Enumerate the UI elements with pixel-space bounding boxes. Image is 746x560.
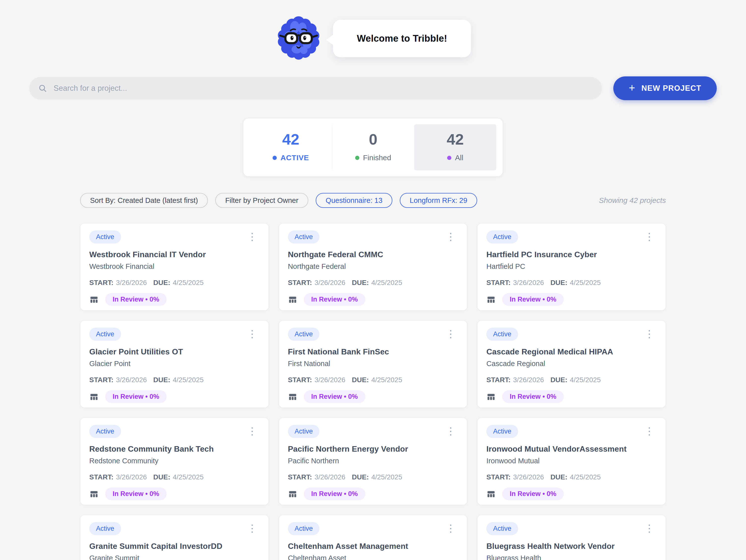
stat-active[interactable]: 42 ACTIVE	[250, 124, 332, 170]
project-owner: Cascade Regional	[486, 360, 657, 368]
card-menu-button[interactable]	[642, 523, 657, 534]
start-date: 3/26/2026	[116, 279, 147, 287]
card-menu-button[interactable]	[642, 425, 657, 437]
status-badge: Active	[89, 522, 121, 535]
status-badge: Active	[89, 425, 121, 438]
project-card[interactable]: Active Glacier Point Utilities OT Glacie…	[80, 320, 269, 408]
start-date: 3/26/2026	[116, 376, 147, 384]
kebab-menu-icon	[644, 427, 654, 435]
welcome-header: Welcome to Tribble!	[0, 0, 746, 62]
project-owner: Pacific Northern	[288, 457, 458, 465]
progress-badge: In Review • 0%	[304, 293, 365, 306]
stat-all[interactable]: 42 All	[414, 124, 496, 170]
card-menu-button[interactable]	[245, 231, 260, 242]
project-status-row: In Review • 0%	[89, 487, 260, 500]
project-owner: Ironwood Mutual	[486, 457, 657, 465]
status-badge: Active	[288, 328, 320, 341]
project-card[interactable]: Active Bluegrass Health Network Vendor B…	[477, 515, 666, 560]
status-badge: Active	[486, 522, 518, 535]
stat-finished[interactable]: 0 Finished	[332, 124, 414, 170]
progress-badge: In Review • 0%	[304, 390, 365, 403]
project-card[interactable]: Active Pacific Northern Energy Vendor Pa…	[279, 418, 467, 505]
start-date: 3/26/2026	[314, 376, 345, 384]
project-card[interactable]: Active Hartfield PC Insurance Cyber Hart…	[477, 223, 666, 310]
welcome-text: Welcome to Tribble!	[357, 33, 447, 44]
project-owner: Glacier Point	[89, 360, 260, 368]
table-icon	[89, 295, 99, 304]
progress-badge: In Review • 0%	[502, 390, 564, 403]
card-menu-button[interactable]	[443, 523, 458, 534]
status-badge: Active	[288, 230, 320, 244]
progress-badge: In Review • 0%	[502, 487, 564, 500]
card-menu-button[interactable]	[642, 328, 657, 339]
tribble-mascot	[275, 15, 322, 62]
project-owner: Westbrook Financial	[89, 262, 260, 271]
questionnaire-chip[interactable]: Questionnaire: 13	[316, 193, 392, 208]
table-icon	[288, 392, 297, 401]
start-label: START:	[486, 473, 510, 481]
project-card[interactable]: Active Northgate Federal CMMC Northgate …	[279, 223, 467, 310]
project-stats-panel: 42 ACTIVE 0 Finished 42 All	[243, 118, 503, 176]
due-label: DUE:	[352, 279, 369, 287]
project-card[interactable]: Active First National Bank FinSec First …	[279, 320, 467, 408]
finished-label: Finished	[363, 153, 391, 162]
longform-rfx-chip[interactable]: Longform RFx: 29	[400, 193, 477, 208]
due-date: 4/25/2025	[570, 376, 601, 384]
project-owner: Granite Summit	[89, 554, 260, 560]
due-label: DUE:	[352, 376, 369, 384]
card-menu-button[interactable]	[245, 425, 260, 437]
card-menu-button[interactable]	[443, 231, 458, 242]
kebab-menu-icon	[247, 330, 257, 338]
project-dates: START: 3/26/2026 DUE: 4/25/2025	[89, 473, 260, 481]
card-menu-button[interactable]	[245, 328, 260, 339]
project-owner: Hartfield PC	[486, 262, 657, 271]
project-status-row: In Review • 0%	[288, 487, 458, 500]
project-dates: START: 3/26/2026 DUE: 4/25/2025	[288, 376, 458, 384]
search-input[interactable]	[54, 84, 593, 93]
sort-by-chip[interactable]: Sort By: Created Date (latest first)	[80, 193, 208, 208]
start-label: START:	[288, 279, 312, 287]
new-project-button[interactable]: + NEW PROJECT	[613, 76, 717, 100]
all-label: All	[455, 153, 463, 162]
status-badge: Active	[89, 230, 121, 244]
project-owner: Northgate Federal	[288, 262, 458, 271]
project-dates: START: 3/26/2026 DUE: 4/25/2025	[486, 473, 657, 481]
project-dates: START: 3/26/2026 DUE: 4/25/2025	[288, 279, 458, 287]
project-owner: First National	[288, 360, 458, 368]
progress-badge: In Review • 0%	[304, 487, 365, 500]
project-card[interactable]: Active Westbrook Financial IT Vendor Wes…	[80, 223, 269, 310]
project-card[interactable]: Active Redstone Community Bank Tech Reds…	[80, 418, 269, 505]
project-status-row: In Review • 0%	[89, 293, 260, 306]
status-badge: Active	[89, 328, 121, 341]
due-date: 4/25/2025	[173, 279, 204, 287]
progress-badge: In Review • 0%	[502, 293, 564, 306]
project-title: Northgate Federal CMMC	[288, 250, 458, 259]
new-project-label: NEW PROJECT	[641, 84, 701, 93]
project-card[interactable]: Active Cascade Regional Medical HIPAA Ca…	[477, 320, 666, 408]
card-menu-button[interactable]	[443, 425, 458, 437]
kebab-menu-icon	[446, 524, 456, 532]
filter-owner-chip[interactable]: Filter by Project Owner	[215, 193, 308, 208]
project-card[interactable]: Active Cheltenham Asset Management Chelt…	[279, 515, 467, 560]
due-date: 4/25/2025	[173, 376, 204, 384]
kebab-menu-icon	[247, 524, 257, 532]
project-dates: START: 3/26/2026 DUE: 4/25/2025	[89, 279, 260, 287]
due-label: DUE:	[153, 376, 170, 384]
project-owner: Cheltenham Asset	[288, 554, 458, 560]
table-icon	[486, 392, 496, 401]
project-card[interactable]: Active Granite Summit Capital InvestorDD…	[80, 515, 269, 560]
start-label: START:	[486, 376, 510, 384]
project-card[interactable]: Active Ironwood Mutual VendorAssessment …	[477, 418, 666, 505]
card-menu-button[interactable]	[642, 231, 657, 242]
status-badge: Active	[486, 328, 518, 341]
card-menu-button[interactable]	[245, 523, 260, 534]
all-count: 42	[414, 132, 496, 147]
status-badge: Active	[288, 425, 320, 438]
kebab-menu-icon	[446, 330, 456, 338]
due-date: 4/25/2025	[371, 376, 402, 384]
showing-count-text: Showing 42 projects	[599, 196, 666, 205]
card-menu-button[interactable]	[443, 328, 458, 339]
due-date: 4/25/2025	[371, 279, 402, 287]
finished-dot-icon	[355, 156, 360, 160]
project-search[interactable]	[29, 77, 602, 100]
